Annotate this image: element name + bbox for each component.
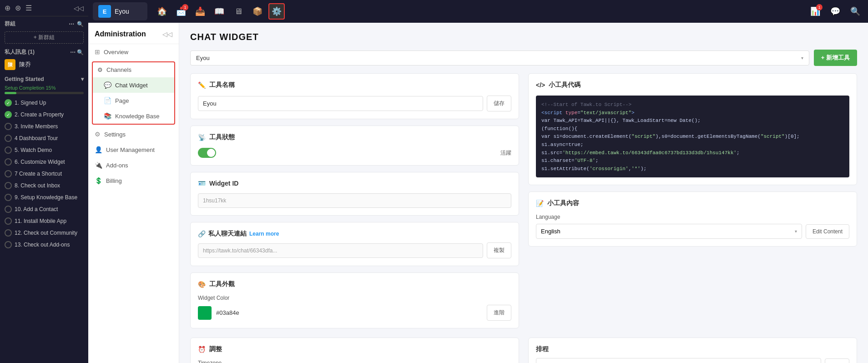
save-button[interactable]: 儲存: [487, 96, 511, 111]
nav-right: 📊 1 💬 🔍: [807, 3, 863, 20]
admin-collapse-button[interactable]: ◁◁: [162, 30, 172, 38]
admin-menu-overview[interactable]: ⊞ Overview: [88, 44, 179, 60]
addons-icon: 🔌: [95, 161, 102, 169]
language-select[interactable]: English ▾: [536, 224, 802, 239]
nav-pulse-button[interactable]: 📊 1: [807, 3, 823, 20]
language-row: English ▾ Edit Content: [536, 224, 849, 239]
gs-check-2: ✓: [5, 111, 12, 118]
group-section-header: 群組 ⋯ 🔍: [0, 16, 88, 30]
channels-header[interactable]: ⚙ Channels: [93, 62, 174, 77]
left-col: ✏️ 工具名稱 儲存 📡 工具狀態: [190, 73, 519, 328]
menu-icon[interactable]: ☰: [25, 4, 32, 12]
status-toggle[interactable]: [198, 148, 216, 158]
gs-item-1[interactable]: ✓ 1. Signed Up: [0, 97, 88, 109]
gs-item-4[interactable]: 4 Dashboard Tour: [0, 132, 88, 144]
admin-menu-billing[interactable]: 💲 Billing: [88, 173, 179, 188]
workspace-select[interactable]: Eyou ▾: [190, 50, 809, 66]
nav-monitor-button[interactable]: 🖥: [230, 3, 247, 20]
timezone-label: Timezone: [198, 360, 511, 363]
gs-check-9: [5, 194, 12, 201]
gs-item-3[interactable]: 3. Invite Members: [0, 121, 88, 132]
progress-bar-container: Setup Completion 15%: [5, 85, 84, 94]
gs-items-list: ✓ 1. Signed Up ✓ 2. Create a Property 3.…: [0, 97, 88, 363]
page-icon: 📄: [104, 97, 111, 104]
billing-icon: 💲: [95, 177, 102, 184]
admin-menu-user-mgmt[interactable]: 👤 User Management: [88, 142, 179, 157]
gs-item-11[interactable]: 11. Install Mobile App: [0, 215, 88, 227]
gs-item-5[interactable]: 5. Watch Demo: [0, 144, 88, 156]
channels-icon: ⚙: [97, 66, 103, 73]
gs-item-9[interactable]: 9. Setup Knowledge Base: [0, 192, 88, 203]
gs-item-6[interactable]: 6. Customize Widget: [0, 156, 88, 168]
nav-chat-button[interactable]: 💬: [827, 3, 843, 20]
gs-check-1: ✓: [5, 99, 12, 106]
widget-content-title: 📝 小工具內容: [536, 199, 849, 207]
gs-item-2[interactable]: ✓ 2. Create a Property: [0, 109, 88, 121]
schedule-advanced-button[interactable]: 進階: [825, 358, 849, 363]
tool-name-title: ✏️ 工具名稱: [198, 81, 511, 89]
contact-item[interactable]: 陳 陳乔: [0, 57, 88, 72]
gs-item-13[interactable]: 13. Check out Add-ons: [0, 239, 88, 251]
private-search-icon[interactable]: 🔍: [77, 49, 84, 55]
appearance-card: 🎨 工具外觀 Widget Color #03a84e 進階: [190, 272, 519, 328]
edit-content-button[interactable]: Edit Content: [806, 224, 849, 239]
workspace-button[interactable]: E Eyou: [93, 2, 147, 20]
nav-inbox-button[interactable]: 📥: [192, 3, 208, 20]
user-mgmt-label: User Management: [106, 146, 155, 153]
widget-color-label: Widget Color: [198, 295, 511, 301]
nav-settings-button[interactable]: ⚙️: [268, 3, 285, 20]
gs-check-3: [5, 123, 12, 130]
appearance-advanced-button[interactable]: 進階: [487, 305, 511, 321]
private-link-input[interactable]: [198, 243, 483, 258]
new-group-button[interactable]: + 新群組: [5, 31, 84, 44]
appearance-icon: 🎨: [198, 281, 206, 288]
admin-menu-settings[interactable]: ⚙ Settings: [88, 126, 179, 142]
gs-item-10[interactable]: 10. Add a Contact: [0, 203, 88, 215]
team-icon[interactable]: ⊕: [5, 4, 10, 12]
person-icon[interactable]: ⊛: [15, 4, 21, 12]
sidebar-collapse-icon[interactable]: ◁◁: [74, 5, 84, 12]
nav-box-button[interactable]: 📦: [249, 3, 266, 20]
gs-check-5: [5, 146, 12, 154]
status-label: 活躍: [500, 149, 511, 157]
copy-button[interactable]: 複製: [487, 242, 511, 258]
language-label: Language: [536, 214, 849, 220]
add-tool-button[interactable]: + 新增工具: [814, 50, 857, 66]
color-swatch[interactable]: [198, 306, 212, 320]
widget-id-value: 1hsu17kk: [198, 193, 511, 208]
gs-chevron[interactable]: ▾: [81, 76, 84, 82]
adjustment-title: ⏰ 調整: [198, 345, 511, 353]
nav-notifications-button[interactable]: 📩 1: [173, 3, 189, 20]
tool-name-icon: ✏️: [198, 81, 206, 89]
group-search-icon[interactable]: 🔍: [77, 21, 84, 27]
code-card: </> 小工具代碼 <!--Start of Tawk.to Script-->…: [528, 73, 857, 185]
tool-name-input[interactable]: [198, 96, 483, 111]
admin-menu-kb[interactable]: 📚 Knowledge Base: [93, 108, 174, 124]
private-chat-card: 🔗 私人聊天連結 Learn more 複製: [190, 222, 519, 266]
private-more-icon[interactable]: ⋯: [70, 49, 76, 55]
private-actions: ⋯ 🔍: [70, 49, 84, 55]
code-title: </> 小工具代碼: [536, 81, 849, 89]
widget-id-card: 🪪 Widget ID 1hsu17kk: [190, 172, 519, 216]
admin-menu-page[interactable]: 📄 Page: [93, 93, 174, 108]
admin-title: Administration: [95, 30, 146, 38]
schedule-select[interactable]: 已禁用 ▾: [536, 358, 821, 363]
chat-widget-menu-item[interactable]: 💬 Chat Widget: [93, 77, 174, 93]
learn-more-link[interactable]: Learn more: [249, 231, 279, 237]
admin-sidebar: Administration ◁◁ ⊞ Overview ⚙ Channels …: [88, 23, 179, 363]
adjustment-card: ⏰ 調整 Timezone Shanghai, China UTC +08:00…: [190, 338, 519, 363]
chat-badge: 1: [816, 4, 823, 10]
progress-label: Setup Completion 15%: [5, 85, 84, 91]
language-chevron: ▾: [795, 229, 797, 234]
nav-search-button[interactable]: 🔍: [847, 3, 863, 20]
group-more-icon[interactable]: ⋯: [69, 21, 74, 27]
gs-item-8[interactable]: 8. Check out Inbox: [0, 180, 88, 192]
kb-label: Knowledge Base: [115, 113, 160, 120]
nav-book-button[interactable]: 📖: [211, 3, 227, 20]
admin-menu-addons[interactable]: 🔌 Add-ons: [88, 157, 179, 173]
gs-item-12[interactable]: 12. Check out Community: [0, 227, 88, 239]
gs-item-7[interactable]: 7 Create a Shortcut: [0, 168, 88, 180]
progress-bar-bg: [5, 92, 84, 94]
appearance-title: 🎨 工具外觀: [198, 280, 511, 288]
nav-home-button[interactable]: 🏠: [154, 3, 170, 20]
